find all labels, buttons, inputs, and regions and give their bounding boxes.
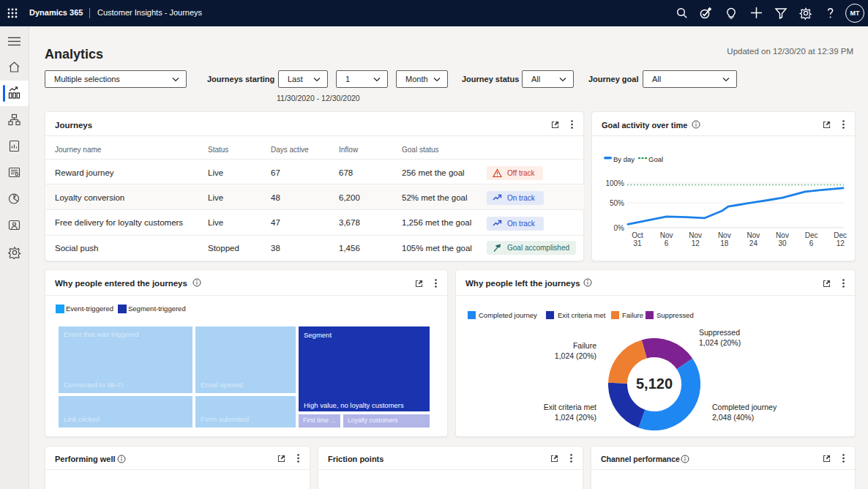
svg-text:18: 18 xyxy=(720,239,729,247)
svg-text:6: 6 xyxy=(665,239,669,247)
svg-text:Nov: Nov xyxy=(747,231,760,239)
svg-text:Nov: Nov xyxy=(718,231,731,239)
svg-text:30: 30 xyxy=(778,239,787,247)
svg-text:Nov: Nov xyxy=(689,231,702,239)
svg-text:Oct: Oct xyxy=(632,231,643,239)
svg-text:Dec: Dec xyxy=(805,231,818,239)
svg-text:6: 6 xyxy=(809,239,814,247)
svg-text:Goal: Goal xyxy=(648,155,663,163)
svg-text:24: 24 xyxy=(749,239,758,247)
svg-text:31: 31 xyxy=(633,239,642,247)
svg-text:Nov: Nov xyxy=(660,231,673,239)
svg-text:12: 12 xyxy=(692,239,700,247)
svg-text:Nov: Nov xyxy=(776,231,789,239)
svg-text:By day: By day xyxy=(613,155,635,163)
svg-text:50%: 50% xyxy=(610,199,624,207)
svg-text:12: 12 xyxy=(837,239,845,247)
svg-text:0%: 0% xyxy=(614,224,625,232)
svg-text:100%: 100% xyxy=(605,179,624,187)
svg-text:Dec: Dec xyxy=(834,231,847,239)
